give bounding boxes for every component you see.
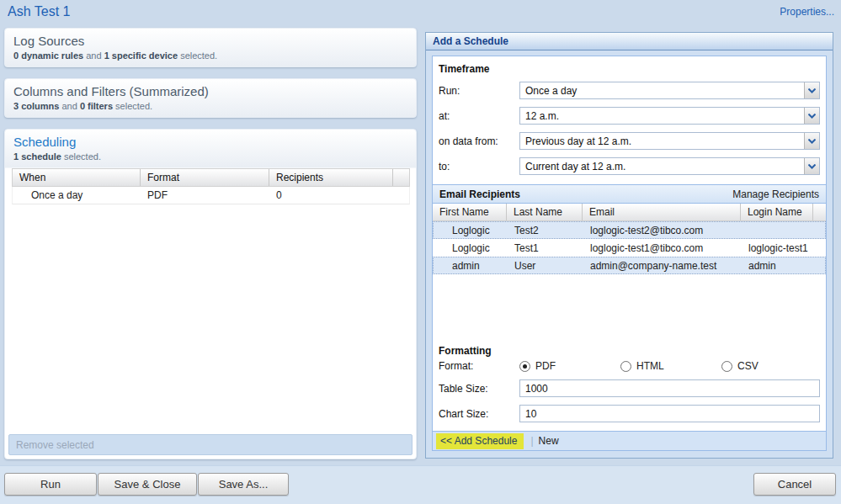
recipient-email: loglogic-test2@tibco.com [583,222,742,238]
scheduling-suffix: selected. [61,151,101,162]
col-header-format[interactable]: Format [141,169,269,186]
chart-size-field-row: Chart Size: [439,405,820,422]
radio-label-pdf: PDF [535,360,556,372]
col-header-spacer [813,204,826,220]
section-scheduling-header[interactable]: Scheduling 1 schedule selected. [5,130,416,167]
columns-filters-joiner: and [59,101,79,111]
schedules-table-header: When Format Recipients [12,168,410,187]
page-title: Ash Test 1 [8,4,70,19]
email-recipients-bar: Email Recipients Manage Recipients [433,184,826,204]
action-bar: Run Save & Close Save As... Cancel [0,465,841,504]
format-label: Format: [439,360,519,372]
recipients-table-header: First Name Last Name Email Login Name [433,204,826,221]
at-select[interactable]: 12 a.m. [519,107,820,125]
log-sources-count-devices: 1 specific device [104,50,178,61]
log-sources-summary: 0 dynamic rules and 1 specific device se… [13,50,407,61]
col-header-spacer [393,169,407,186]
remove-selected-button[interactable]: Remove selected [8,434,413,455]
format-field-row: Format: PDF HTML CSV [439,360,820,372]
data-from-select-value: Previous day at 12 a.m. [520,135,631,147]
radio-icon [620,361,631,372]
run-button[interactable]: Run [4,473,97,496]
data-to-select[interactable]: Current day at 12 a.m. [519,157,820,175]
run-select[interactable]: Once a day [519,82,820,99]
col-header-when[interactable]: When [13,169,141,186]
section-log-sources-header[interactable]: Log Sources 0 dynamic rules and 1 specif… [5,29,416,66]
col-header-recipients[interactable]: Recipients [269,169,393,186]
log-sources-title: Log Sources [13,34,407,48]
chevron-down-icon[interactable] [804,133,819,149]
properties-link[interactable]: Properties... [780,6,834,18]
radio-label-csv: CSV [737,360,758,372]
at-label: at: [439,110,519,122]
chart-size-label: Chart Size: [439,408,519,420]
formatting-section: Formatting Format: PDF HTML CSV [433,342,826,431]
recipient-last-name: User [508,257,583,273]
col-header-last-name[interactable]: Last Name [507,204,583,220]
radio-option-html[interactable]: HTML [620,360,721,372]
report-sections-column: Log Sources 0 dynamic rules and 1 specif… [4,28,417,470]
manage-recipients-link[interactable]: Manage Recipients [732,188,819,200]
radio-option-pdf[interactable]: PDF [519,360,620,372]
columns-filters-suffix: selected. [113,101,152,111]
save-close-button[interactable]: Save & Close [98,473,197,496]
log-sources-joiner: and [83,50,104,61]
new-schedule-link[interactable]: New [539,435,559,447]
cancel-button[interactable]: Cancel [753,473,836,496]
schedule-count: 1 schedule [13,151,61,162]
add-schedule-panel-body: Timeframe Run: Once a day at: 12 a.m. on… [432,56,827,451]
recipient-row[interactable]: Loglogic Test1 loglogic-test1@tibco.com … [433,239,826,257]
scheduling-title: Scheduling [13,135,407,149]
section-scheduling: Scheduling 1 schedule selected. When For… [4,129,417,459]
at-select-value: 12 a.m. [520,110,559,122]
schedule-row[interactable]: Once a day PDF 0 [12,187,410,204]
schedules-table: When Format Recipients Once a day PDF 0 [12,168,410,204]
run-select-value: Once a day [520,85,577,97]
run-field-row: Run: Once a day [439,82,820,99]
data-to-label: to: [439,161,519,172]
radio-option-csv[interactable]: CSV [721,360,822,372]
data-from-select[interactable]: Previous day at 12 a.m. [519,132,820,150]
schedule-recipients: 0 [269,187,393,204]
run-label: Run: [439,85,519,97]
footer-separator: | [530,435,533,447]
format-radio-group: PDF HTML CSV [519,360,822,372]
chevron-down-icon[interactable] [804,108,819,124]
add-schedule-footer: << Add Schedule | New [433,431,826,450]
at-field-row: at: 12 a.m. [439,107,820,125]
filters-count: 0 filters [80,101,113,111]
formatting-heading: Formatting [439,345,820,357]
section-log-sources: Log Sources 0 dynamic rules and 1 specif… [4,28,417,67]
data-from-field-row: on data from: Previous day at 12 a.m. [439,132,820,150]
recipient-row[interactable]: admin User admin@company-name.test admin [433,257,826,274]
col-header-first-name[interactable]: First Name [433,204,507,220]
chevron-down-icon[interactable] [804,158,819,174]
recipient-first-name: Loglogic [434,240,508,256]
table-size-input[interactable] [519,379,820,397]
radio-icon [721,361,732,372]
chart-size-input[interactable] [519,405,820,422]
columns-count: 3 columns [13,101,59,111]
schedule-when: Once a day [13,187,141,204]
timeframe-heading: Timeframe [439,63,820,75]
add-schedule-link[interactable]: << Add Schedule [436,433,524,449]
log-sources-suffix: selected. [178,50,217,61]
col-header-email[interactable]: Email [583,204,741,220]
recipient-email: loglogic-test1@tibco.com [583,240,742,256]
recipient-row[interactable]: Loglogic Test2 loglogic-test2@tibco.com [433,221,826,239]
recipient-first-name: Loglogic [434,222,508,238]
add-schedule-panel: Add a Schedule Timeframe Run: Once a day… [425,32,833,459]
email-recipients-heading: Email Recipients [439,188,520,200]
table-size-label: Table Size: [439,383,519,395]
recipient-login-name: loglogic-test1 [742,240,814,256]
save-as-button[interactable]: Save As... [198,473,289,496]
recipient-login-name [742,222,814,238]
section-columns-filters-header[interactable]: Columns and Filters (Summarized) 3 colum… [5,79,416,117]
chevron-down-icon[interactable] [804,82,819,98]
schedule-format: PDF [141,187,269,204]
recipient-last-name: Test1 [508,240,583,256]
radio-icon [519,361,530,372]
recipient-login-name: admin [742,257,814,273]
col-header-login-name[interactable]: Login Name [741,204,813,220]
add-schedule-panel-title: Add a Schedule [426,33,833,50]
